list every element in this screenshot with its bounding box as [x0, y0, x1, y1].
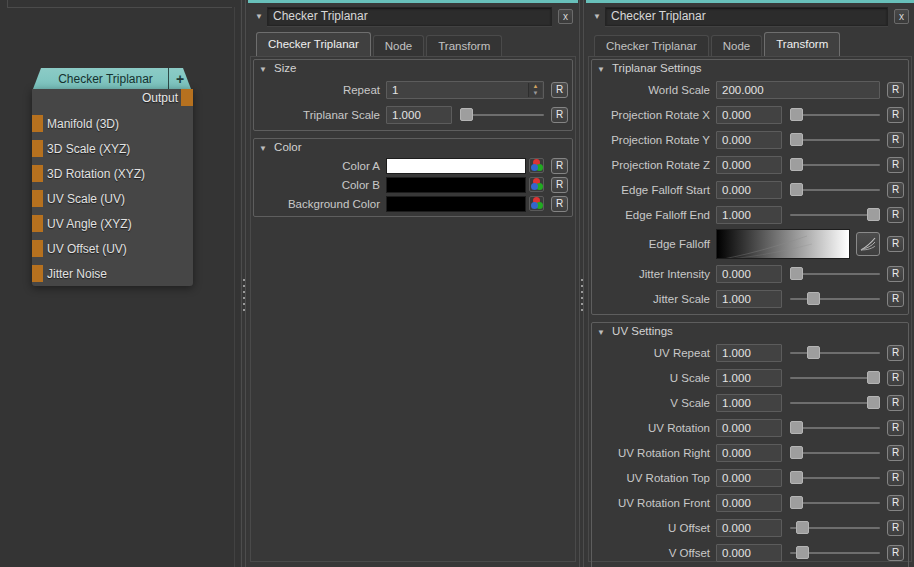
slider-handle[interactable] — [790, 108, 803, 121]
reset-button[interactable]: R — [887, 420, 904, 436]
value-slider[interactable] — [790, 207, 880, 222]
value-field[interactable]: 0.000 — [716, 544, 782, 562]
spin-down-icon[interactable]: ▼ — [533, 90, 539, 97]
value-slider[interactable] — [790, 370, 880, 385]
reset-button[interactable]: R — [887, 157, 904, 173]
value-slider[interactable] — [790, 182, 880, 197]
value-slider[interactable] — [790, 395, 880, 410]
input-port[interactable] — [32, 165, 43, 182]
slider-handle[interactable] — [790, 158, 803, 171]
collapse-arrow-icon[interactable]: ▼ — [597, 328, 605, 337]
slider-handle[interactable] — [807, 346, 820, 359]
value-field[interactable]: 0.000 — [716, 419, 782, 437]
reset-button[interactable]: R — [887, 107, 904, 123]
falloff-gradient[interactable] — [716, 229, 850, 259]
value-slider[interactable] — [790, 291, 880, 306]
tab-node[interactable]: Node — [711, 35, 763, 56]
value-field[interactable]: 0.000 — [716, 156, 782, 174]
slider-handle[interactable] — [790, 471, 803, 484]
panel-splitter-left[interactable] — [240, 0, 248, 567]
value-slider[interactable] — [790, 157, 880, 172]
reset-button[interactable]: R — [887, 545, 904, 561]
close-icon[interactable]: x — [558, 9, 573, 24]
value-field[interactable]: 1.000 — [716, 369, 782, 387]
slider-handle[interactable] — [796, 546, 809, 559]
reset-button[interactable]: R — [887, 82, 904, 98]
reset-button[interactable]: R — [887, 395, 904, 411]
close-icon[interactable]: x — [894, 9, 909, 24]
value-field[interactable]: 0.000 — [716, 444, 782, 462]
slider-handle[interactable] — [790, 421, 803, 434]
reset-button[interactable]: R — [551, 177, 568, 193]
input-port[interactable] — [32, 265, 43, 282]
value-slider[interactable] — [790, 495, 880, 510]
panel-splitter-right[interactable] — [578, 0, 586, 567]
value-slider[interactable] — [460, 107, 544, 122]
color-picker-icon[interactable] — [529, 196, 544, 211]
reset-button[interactable]: R — [887, 291, 904, 307]
output-port[interactable] — [181, 89, 193, 106]
tab-checker-triplanar[interactable]: Checker Triplanar — [594, 35, 709, 56]
value-slider[interactable] — [790, 545, 880, 560]
tab-node[interactable]: Node — [373, 35, 425, 56]
reset-button[interactable]: R — [887, 236, 904, 252]
slider-handle[interactable] — [796, 521, 809, 534]
section-header[interactable]: ▼ Color — [254, 139, 572, 156]
color-swatch[interactable] — [386, 196, 526, 212]
curve-editor-icon[interactable] — [856, 232, 880, 256]
color-swatch[interactable] — [386, 177, 526, 193]
reset-button[interactable]: R — [551, 82, 568, 98]
collapse-arrow-icon[interactable]: ▼ — [259, 65, 267, 74]
reset-button[interactable]: R — [887, 182, 904, 198]
input-port[interactable] — [32, 215, 43, 232]
reset-button[interactable]: R — [551, 196, 568, 212]
spinner-arrows[interactable]: ▲▼ — [528, 83, 542, 97]
value-field[interactable]: 0.000 — [716, 181, 782, 199]
slider-handle[interactable] — [790, 183, 803, 196]
value-field[interactable]: 200.000 — [716, 81, 880, 99]
reset-button[interactable]: R — [887, 370, 904, 386]
value-spinbox[interactable]: 1▲▼ — [386, 81, 544, 99]
reset-button[interactable]: R — [887, 266, 904, 282]
value-slider[interactable] — [790, 107, 880, 122]
tab-transform[interactable]: Transform — [426, 35, 502, 56]
reset-button[interactable]: R — [887, 445, 904, 461]
value-field[interactable]: 0.000 — [716, 106, 782, 124]
value-field[interactable]: 1.000 — [386, 106, 452, 124]
slider-handle[interactable] — [807, 292, 820, 305]
slider-handle[interactable] — [867, 396, 880, 409]
tab-checker-triplanar[interactable]: Checker Triplanar — [256, 32, 371, 56]
input-port[interactable] — [32, 240, 43, 257]
value-field[interactable]: 1.000 — [716, 394, 782, 412]
section-header[interactable]: ▼ Size — [254, 60, 572, 77]
value-field[interactable]: 0.000 — [716, 494, 782, 512]
reset-button[interactable]: R — [887, 207, 904, 223]
reset-button[interactable]: R — [551, 158, 568, 174]
value-slider[interactable] — [790, 445, 880, 460]
reset-button[interactable]: R — [887, 520, 904, 536]
tab-transform[interactable]: Transform — [764, 32, 840, 56]
value-field[interactable]: 1.000 — [716, 206, 782, 224]
color-picker-icon[interactable] — [529, 158, 544, 173]
value-field[interactable]: 1.000 — [716, 344, 782, 362]
value-field[interactable]: 0.000 — [716, 265, 782, 283]
slider-handle[interactable] — [460, 108, 473, 121]
node-add-button[interactable]: + — [169, 71, 191, 87]
reset-button[interactable]: R — [887, 495, 904, 511]
value-slider[interactable] — [790, 420, 880, 435]
input-port[interactable] — [32, 190, 43, 207]
collapse-arrow-icon[interactable]: ▼ — [597, 65, 605, 74]
splitter-grip-icon[interactable] — [242, 278, 246, 314]
spin-up-icon[interactable]: ▲ — [533, 83, 539, 90]
value-field[interactable]: 1.000 — [716, 290, 782, 308]
panel-title-field[interactable]: Checker Triplanar — [605, 7, 888, 26]
value-slider[interactable] — [790, 520, 880, 535]
value-field[interactable]: 0.000 — [716, 469, 782, 487]
value-slider[interactable] — [790, 266, 880, 281]
reset-button[interactable]: R — [887, 470, 904, 486]
collapse-arrow-icon[interactable]: ▼ — [252, 12, 266, 21]
slider-handle[interactable] — [790, 496, 803, 509]
section-header[interactable]: ▼ Triplanar Settings — [592, 60, 908, 77]
value-slider[interactable] — [790, 132, 880, 147]
collapse-arrow-icon[interactable]: ▼ — [259, 144, 267, 153]
